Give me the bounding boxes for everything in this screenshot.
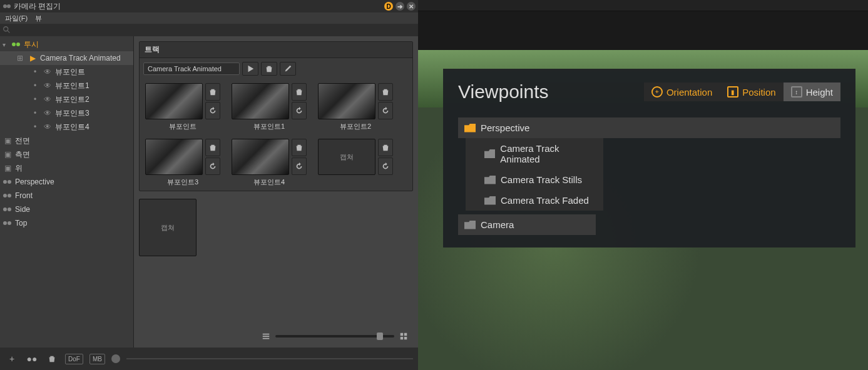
thumb-delete-button[interactable] [378,139,393,156]
thumb-viewpoint-2[interactable]: 뷰포인트2 [316,83,395,131]
expander-icon[interactable]: ▾ [3,41,9,48]
tree-perspective[interactable]: Perspective [0,175,133,189]
thumb-refresh-button[interactable] [292,158,307,175]
camera-icon [3,205,13,214]
folder-perspective[interactable]: Perspective [458,118,840,138]
tree-label: Top [15,219,27,228]
add-button[interactable]: + [5,352,19,366]
svg-point-13 [8,221,11,225]
tree-front-k[interactable]: ▣ 전면 [0,134,133,148]
svg-point-6 [3,180,7,184]
menu-file[interactable]: 파일(F) [5,14,28,23]
sidebar: ▾ 투시 ⊞ ▶ Camera Track Animated • 👁 뷰포인트 … [0,36,134,348]
mb-toggle[interactable]: MB [89,354,105,364]
tree-label: 뷰포인트1 [55,81,89,91]
svg-point-9 [8,194,11,198]
tree-top-k[interactable]: ▣ 위 [0,161,133,175]
thumb-capture[interactable]: 캡쳐 [316,139,395,187]
play-button[interactable] [242,62,258,76]
folder-icon [484,149,495,158]
height-button[interactable]: ↕ Height [784,82,840,101]
thumb-viewpoint-4[interactable]: 뷰포인트4 [230,139,309,187]
position-button[interactable]: ▮ Position [720,82,783,101]
delete-button[interactable] [261,62,277,76]
camera-icon [3,219,13,228]
thumb-delete-button[interactable] [292,139,307,156]
badge-d-icon[interactable]: D [384,2,393,11]
thumb-delete-button[interactable] [378,83,393,101]
tree-label: Perspective [15,178,54,186]
thumb-viewpoint-0[interactable]: 뷰포인트 [143,83,222,131]
thumb-refresh-button[interactable] [378,158,393,175]
search-icon [3,26,11,34]
timeline-track[interactable] [126,358,413,359]
film-icon: ▮ [727,86,738,98]
menu-view[interactable]: 뷰 [35,14,42,23]
svg-point-11 [8,208,11,211]
folder-icon [464,221,476,229]
overlay-toolbar: ⌖ Orientation ▮ Position ↕ Height [644,82,840,101]
thumb-viewpoint-3[interactable]: 뷰포인트3 [143,139,222,187]
svg-point-5 [16,42,20,46]
folder-camera[interactable]: Camera [458,214,596,235]
forward-icon[interactable]: ➔ [396,2,404,11]
tree-viewpoint-1[interactable]: • 👁 뷰포인트1 [0,79,133,92]
camera-editor-window: 카메라 편집기 D ➔ ✕ 파일(F) 뷰 ▾ 투시 ⊞ ▶ Camera Tr [0,0,418,370]
folder-track-stills[interactable]: Camera Track Stills [466,169,603,190]
thumb-refresh-button[interactable] [292,102,307,119]
compass-icon: ⌖ [651,86,663,98]
tree-front[interactable]: Front [0,189,133,202]
track-panel: 트랙 Camera Track Animated [139,41,413,191]
list-view-icon[interactable] [262,332,270,341]
orientation-button[interactable]: ⌖ Orientation [644,82,720,101]
thumb-label: 뷰포인트1 [253,122,285,131]
folder-track-animated[interactable]: Camera Track Animated [466,138,603,169]
thumb-label [354,178,356,185]
tree-side-k[interactable]: ▣ 측면 [0,148,133,161]
thumbnail-image[interactable] [145,139,203,175]
settings-button[interactable] [280,62,296,76]
thumb-delete-button[interactable] [205,139,220,156]
folder-label: Perspective [481,122,529,133]
duplicate-button[interactable]: ●● [25,352,39,366]
track-name-field[interactable]: Camera Track Animated [143,62,240,75]
capture-large[interactable]: 캡쳐 [139,199,197,256]
dot-icon: • [30,109,40,118]
dof-toggle[interactable]: DoF [65,354,83,364]
tree-viewpoint-4[interactable]: • 👁 뷰포인트4 [0,120,133,134]
tree-viewpoint-2[interactable]: • 👁 뷰포인트2 [0,92,133,106]
thumbnail-image[interactable] [232,139,289,175]
tree-root-perspective[interactable]: ▾ 투시 [0,38,133,51]
folder-open-icon [464,124,476,132]
eye-icon: 👁 [43,81,53,90]
folder-track-faded[interactable]: Camera Track Faded [466,190,603,211]
search-bar[interactable] [0,24,418,36]
timeline-knob[interactable] [111,354,120,363]
svg-point-4 [12,42,16,46]
track-icon: ⊞ [15,54,25,62]
thumbnail-image[interactable] [232,83,289,119]
cube-icon: ▣ [3,150,13,159]
tree-viewpoint-3[interactable]: • 👁 뷰포인트3 [0,106,133,120]
close-icon[interactable]: ✕ [407,2,416,11]
thumb-delete-button[interactable] [292,83,307,101]
thumb-refresh-button[interactable] [205,158,220,175]
tree-viewpoint-0[interactable]: • 👁 뷰포인트 [0,65,133,79]
thumb-viewpoint-1[interactable]: 뷰포인트1 [230,83,309,131]
thumbnail-image[interactable] [318,83,375,119]
dot-icon: • [30,68,40,76]
thumb-refresh-button[interactable] [378,102,393,119]
zoom-slider[interactable] [275,335,394,338]
thumb-refresh-button[interactable] [205,102,220,119]
grid-view-icon[interactable] [399,332,408,341]
camera-group-icon [11,40,21,49]
main-panel: 트랙 Camera Track Animated [134,36,418,348]
capture-placeholder[interactable]: 캡쳐 [318,139,375,175]
tree-top[interactable]: Top [0,216,133,230]
thumb-delete-button[interactable] [205,83,220,101]
thumbnail-image[interactable] [145,83,203,119]
timeline-ruler[interactable] [418,0,868,11]
delete-button[interactable] [45,352,59,366]
tree-track-animated[interactable]: ⊞ ▶ Camera Track Animated [0,51,133,65]
tree-side[interactable]: Side [0,202,133,216]
